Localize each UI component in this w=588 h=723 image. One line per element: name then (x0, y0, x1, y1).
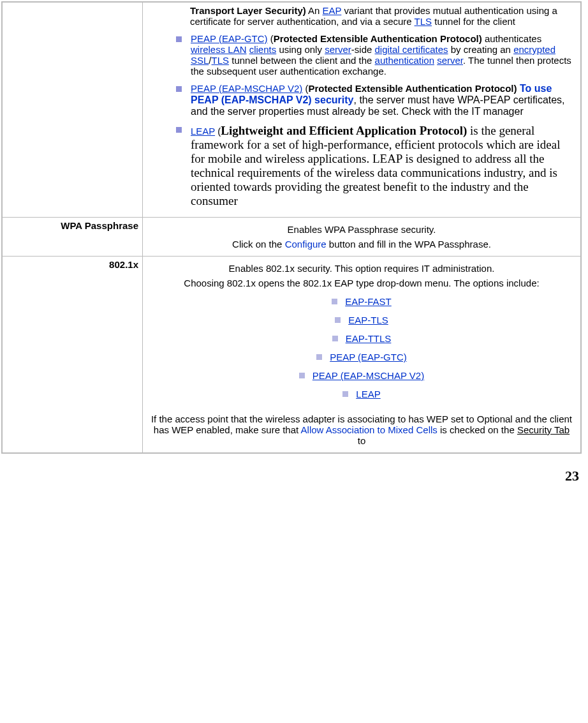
bullet-icon (176, 36, 182, 42)
authentication-link[interactable]: authentication (375, 55, 434, 66)
eap-link[interactable]: EAP (323, 5, 342, 16)
bullet-text: PEAP (EAP-MSCHAP V2) (Protected Extensib… (191, 83, 570, 117)
text: using only (276, 44, 325, 55)
eap-ttls-link[interactable]: EAP-TTLS (346, 333, 392, 344)
bullet-icon (299, 373, 305, 378)
text: -side (351, 44, 375, 55)
eap-tls-link[interactable]: EAP-TLS (348, 315, 388, 325)
text: is checked on the (437, 424, 517, 435)
text-bold-serif: Lightweight and Efficient Application Pr… (221, 124, 467, 137)
security-tab-link[interactable]: Security Tab (517, 424, 570, 435)
bullet-icon (176, 86, 182, 92)
row-content-cell: Enables 802.1x security. This option req… (143, 257, 581, 453)
digital-certificates-link[interactable]: digital certificates (375, 44, 448, 55)
text: tunnel for the client (432, 16, 515, 27)
text-bold: Protected Extensible Authentication Prot… (309, 83, 517, 94)
option-eap-fast: EAP-FAST (332, 296, 392, 307)
tls-link[interactable]: TLS (415, 16, 432, 27)
wpa-line2: Click on the Configure button and fill i… (147, 239, 577, 250)
text: ( (302, 83, 308, 94)
peap-gtc-link[interactable]: PEAP (EAP-GTC) (191, 33, 268, 44)
table-row: WPA Passphrase Enables WPA Passphrase se… (3, 218, 581, 257)
definitions-table: Transport Layer Security) An EAP variant… (2, 2, 581, 453)
option-peap-gtc: PEAP (EAP-GTC) (316, 352, 407, 362)
wireless-lan-link[interactable]: wireless LAN (191, 44, 247, 55)
configure-text: Configure (285, 239, 327, 250)
bullet-icon (316, 354, 322, 360)
row-label-cell (3, 3, 143, 218)
bullet-item-peap-mschap: PEAP (EAP-MSCHAP V2) (Protected Extensib… (147, 83, 577, 117)
row-content-cell: Enables WPA Passphrase security. Click o… (143, 218, 581, 257)
wpa-line1: Enables WPA Passphrase security. (147, 224, 577, 235)
text: Click on the (232, 239, 285, 250)
table-row: 802.1x Enables 802.1x security. This opt… (3, 257, 581, 453)
bullet-item-peap-gtc: PEAP (EAP-GTC) (Protected Extensible Aut… (147, 33, 577, 77)
table-row: Transport Layer Security) An EAP variant… (3, 3, 581, 218)
page-number: 23 (0, 454, 588, 489)
option-eap-tls: EAP-TLS (335, 315, 388, 325)
text: authenticates (482, 33, 541, 44)
8021x-line1: Enables 802.1x security. This option req… (147, 263, 577, 274)
bullet-icon (332, 336, 338, 341)
text: tunnel between the client and the (229, 55, 375, 66)
leap-option-link[interactable]: LEAP (356, 389, 380, 399)
encrypted-link[interactable]: encrypted (513, 44, 555, 55)
bullet-text: PEAP (EAP-GTC) (Protected Extensible Aut… (191, 33, 574, 77)
server-link[interactable]: server (325, 44, 351, 55)
tls-link-2[interactable]: TLS (212, 55, 230, 66)
row-label-cell: 802.1x (3, 257, 143, 453)
text-bold: Transport Layer Security) (190, 5, 306, 16)
bullet-icon (342, 391, 348, 397)
8021x-line2: Choosing 802.1x opens the 802.1x EAP typ… (147, 278, 577, 288)
server-link-2[interactable]: server (437, 55, 463, 66)
peap-mschap-option-link[interactable]: PEAP (EAP-MSCHAP V2) (312, 370, 424, 381)
top-paragraph: Transport Layer Security) An EAP variant… (147, 5, 577, 27)
text-bold: Protected Extensible Authentication Prot… (274, 33, 482, 44)
text: button and fill in the WPA Passphrase. (327, 239, 491, 250)
ssl-link[interactable]: SSL (191, 55, 209, 66)
bullet-icon (332, 299, 337, 304)
eap-fast-link[interactable]: EAP-FAST (345, 296, 392, 307)
clients-link[interactable]: clients (249, 44, 277, 55)
bullet-item-leap: LEAP (Lightweight and Efficient Applicat… (147, 124, 577, 208)
content-frame: Transport Layer Security) An EAP variant… (1, 1, 582, 454)
text: ( (268, 33, 274, 44)
text: to (358, 435, 366, 446)
row-label-cell: WPA Passphrase (3, 218, 143, 257)
peap-gtc-option-link[interactable]: PEAP (EAP-GTC) (330, 352, 407, 362)
bullet-text: LEAP (Lightweight and Efficient Applicat… (191, 124, 573, 208)
bullet-icon (176, 127, 182, 133)
option-peap-mschap: PEAP (EAP-MSCHAP V2) (299, 370, 424, 381)
row-content-cell: Transport Layer Security) An EAP variant… (143, 3, 581, 218)
8021x-tail: If the access point that the wireless ad… (147, 414, 577, 446)
peap-mschap-link[interactable]: PEAP (EAP-MSCHAP V2) (191, 83, 302, 94)
leap-link[interactable]: LEAP (191, 126, 215, 137)
allow-association-text: Allow Association to Mixed Cells (301, 424, 437, 435)
text: by creating an (448, 44, 514, 55)
text: An (306, 5, 323, 16)
option-eap-ttls: EAP-TTLS (332, 333, 392, 344)
option-leap: LEAP (342, 389, 380, 399)
text: ( (215, 126, 221, 137)
bullet-icon (335, 317, 341, 323)
